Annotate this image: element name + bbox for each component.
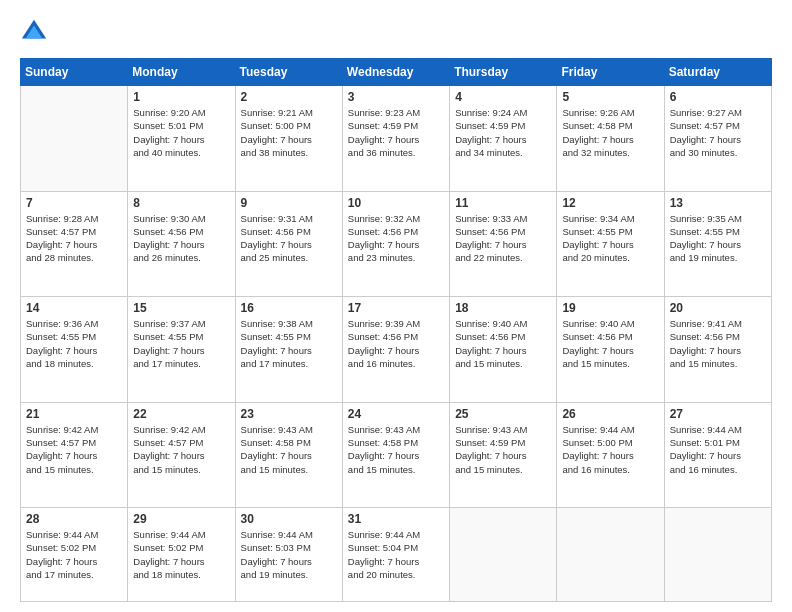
day-info: Sunrise: 9:41 AM Sunset: 4:56 PM Dayligh… [670,317,766,370]
week-row-4: 21Sunrise: 9:42 AM Sunset: 4:57 PM Dayli… [21,402,772,508]
weekday-header-row: SundayMondayTuesdayWednesdayThursdayFrid… [21,59,772,86]
weekday-header-sunday: Sunday [21,59,128,86]
day-number: 10 [348,196,444,210]
week-row-3: 14Sunrise: 9:36 AM Sunset: 4:55 PM Dayli… [21,297,772,403]
calendar-cell: 10Sunrise: 9:32 AM Sunset: 4:56 PM Dayli… [342,191,449,297]
day-number: 17 [348,301,444,315]
calendar-cell: 15Sunrise: 9:37 AM Sunset: 4:55 PM Dayli… [128,297,235,403]
day-number: 18 [455,301,551,315]
day-number: 23 [241,407,337,421]
calendar-cell: 28Sunrise: 9:44 AM Sunset: 5:02 PM Dayli… [21,508,128,602]
day-number: 2 [241,90,337,104]
calendar-cell: 17Sunrise: 9:39 AM Sunset: 4:56 PM Dayli… [342,297,449,403]
day-number: 28 [26,512,122,526]
day-number: 16 [241,301,337,315]
calendar-cell: 26Sunrise: 9:44 AM Sunset: 5:00 PM Dayli… [557,402,664,508]
day-number: 8 [133,196,229,210]
header [20,18,772,46]
day-info: Sunrise: 9:20 AM Sunset: 5:01 PM Dayligh… [133,106,229,159]
week-row-1: 1Sunrise: 9:20 AM Sunset: 5:01 PM Daylig… [21,86,772,192]
day-number: 15 [133,301,229,315]
weekday-header-tuesday: Tuesday [235,59,342,86]
day-number: 12 [562,196,658,210]
day-info: Sunrise: 9:43 AM Sunset: 4:58 PM Dayligh… [241,423,337,476]
calendar-cell: 20Sunrise: 9:41 AM Sunset: 4:56 PM Dayli… [664,297,771,403]
calendar-cell: 7Sunrise: 9:28 AM Sunset: 4:57 PM Daylig… [21,191,128,297]
calendar-cell: 24Sunrise: 9:43 AM Sunset: 4:58 PM Dayli… [342,402,449,508]
day-info: Sunrise: 9:44 AM Sunset: 5:02 PM Dayligh… [26,528,122,581]
page: SundayMondayTuesdayWednesdayThursdayFrid… [0,0,792,612]
day-number: 25 [455,407,551,421]
calendar-cell: 2Sunrise: 9:21 AM Sunset: 5:00 PM Daylig… [235,86,342,192]
calendar-cell: 27Sunrise: 9:44 AM Sunset: 5:01 PM Dayli… [664,402,771,508]
weekday-header-thursday: Thursday [450,59,557,86]
week-row-5: 28Sunrise: 9:44 AM Sunset: 5:02 PM Dayli… [21,508,772,602]
day-info: Sunrise: 9:40 AM Sunset: 4:56 PM Dayligh… [562,317,658,370]
day-number: 27 [670,407,766,421]
calendar-cell: 13Sunrise: 9:35 AM Sunset: 4:55 PM Dayli… [664,191,771,297]
day-number: 11 [455,196,551,210]
week-row-2: 7Sunrise: 9:28 AM Sunset: 4:57 PM Daylig… [21,191,772,297]
calendar-cell [21,86,128,192]
day-info: Sunrise: 9:44 AM Sunset: 5:01 PM Dayligh… [670,423,766,476]
calendar-cell: 9Sunrise: 9:31 AM Sunset: 4:56 PM Daylig… [235,191,342,297]
weekday-header-saturday: Saturday [664,59,771,86]
day-info: Sunrise: 9:28 AM Sunset: 4:57 PM Dayligh… [26,212,122,265]
day-number: 9 [241,196,337,210]
day-number: 26 [562,407,658,421]
day-info: Sunrise: 9:43 AM Sunset: 4:58 PM Dayligh… [348,423,444,476]
calendar-cell: 12Sunrise: 9:34 AM Sunset: 4:55 PM Dayli… [557,191,664,297]
calendar-cell: 5Sunrise: 9:26 AM Sunset: 4:58 PM Daylig… [557,86,664,192]
calendar-cell: 3Sunrise: 9:23 AM Sunset: 4:59 PM Daylig… [342,86,449,192]
day-number: 21 [26,407,122,421]
weekday-header-friday: Friday [557,59,664,86]
calendar-cell: 30Sunrise: 9:44 AM Sunset: 5:03 PM Dayli… [235,508,342,602]
day-info: Sunrise: 9:31 AM Sunset: 4:56 PM Dayligh… [241,212,337,265]
day-number: 29 [133,512,229,526]
day-info: Sunrise: 9:36 AM Sunset: 4:55 PM Dayligh… [26,317,122,370]
day-info: Sunrise: 9:43 AM Sunset: 4:59 PM Dayligh… [455,423,551,476]
day-info: Sunrise: 9:24 AM Sunset: 4:59 PM Dayligh… [455,106,551,159]
weekday-header-monday: Monday [128,59,235,86]
day-number: 3 [348,90,444,104]
day-info: Sunrise: 9:32 AM Sunset: 4:56 PM Dayligh… [348,212,444,265]
calendar-cell [664,508,771,602]
day-number: 22 [133,407,229,421]
calendar-cell: 16Sunrise: 9:38 AM Sunset: 4:55 PM Dayli… [235,297,342,403]
calendar-cell: 25Sunrise: 9:43 AM Sunset: 4:59 PM Dayli… [450,402,557,508]
day-number: 20 [670,301,766,315]
calendar-cell: 8Sunrise: 9:30 AM Sunset: 4:56 PM Daylig… [128,191,235,297]
calendar-cell: 6Sunrise: 9:27 AM Sunset: 4:57 PM Daylig… [664,86,771,192]
day-info: Sunrise: 9:26 AM Sunset: 4:58 PM Dayligh… [562,106,658,159]
day-info: Sunrise: 9:30 AM Sunset: 4:56 PM Dayligh… [133,212,229,265]
calendar-cell: 23Sunrise: 9:43 AM Sunset: 4:58 PM Dayli… [235,402,342,508]
day-number: 31 [348,512,444,526]
day-number: 14 [26,301,122,315]
day-info: Sunrise: 9:44 AM Sunset: 5:04 PM Dayligh… [348,528,444,581]
calendar-cell: 19Sunrise: 9:40 AM Sunset: 4:56 PM Dayli… [557,297,664,403]
day-info: Sunrise: 9:37 AM Sunset: 4:55 PM Dayligh… [133,317,229,370]
day-number: 30 [241,512,337,526]
day-info: Sunrise: 9:21 AM Sunset: 5:00 PM Dayligh… [241,106,337,159]
calendar-cell: 1Sunrise: 9:20 AM Sunset: 5:01 PM Daylig… [128,86,235,192]
logo-icon [20,18,48,46]
calendar-cell: 31Sunrise: 9:44 AM Sunset: 5:04 PM Dayli… [342,508,449,602]
day-info: Sunrise: 9:38 AM Sunset: 4:55 PM Dayligh… [241,317,337,370]
calendar-cell [557,508,664,602]
day-info: Sunrise: 9:44 AM Sunset: 5:02 PM Dayligh… [133,528,229,581]
day-info: Sunrise: 9:23 AM Sunset: 4:59 PM Dayligh… [348,106,444,159]
calendar-cell: 22Sunrise: 9:42 AM Sunset: 4:57 PM Dayli… [128,402,235,508]
calendar-cell: 18Sunrise: 9:40 AM Sunset: 4:56 PM Dayli… [450,297,557,403]
day-number: 1 [133,90,229,104]
day-info: Sunrise: 9:42 AM Sunset: 4:57 PM Dayligh… [26,423,122,476]
day-info: Sunrise: 9:39 AM Sunset: 4:56 PM Dayligh… [348,317,444,370]
day-info: Sunrise: 9:40 AM Sunset: 4:56 PM Dayligh… [455,317,551,370]
day-info: Sunrise: 9:34 AM Sunset: 4:55 PM Dayligh… [562,212,658,265]
day-number: 19 [562,301,658,315]
calendar-cell: 4Sunrise: 9:24 AM Sunset: 4:59 PM Daylig… [450,86,557,192]
day-number: 4 [455,90,551,104]
calendar-cell: 11Sunrise: 9:33 AM Sunset: 4:56 PM Dayli… [450,191,557,297]
day-info: Sunrise: 9:42 AM Sunset: 4:57 PM Dayligh… [133,423,229,476]
day-number: 6 [670,90,766,104]
day-info: Sunrise: 9:35 AM Sunset: 4:55 PM Dayligh… [670,212,766,265]
